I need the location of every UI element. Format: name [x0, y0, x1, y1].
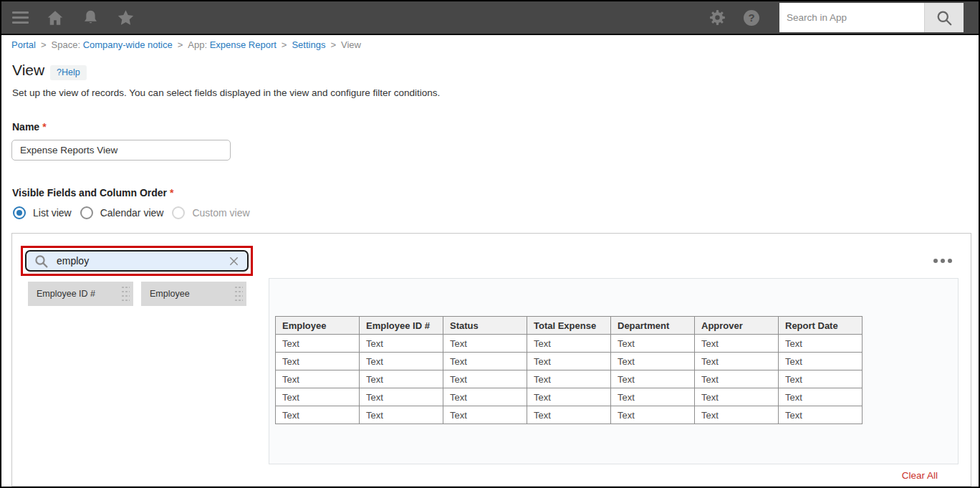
preview-column-header[interactable]: Report Date	[779, 317, 863, 335]
preview-table-cell: Text	[443, 406, 527, 424]
preview-table-cell: Text	[779, 353, 863, 370]
preview-table-cell: Text	[695, 353, 779, 370]
clear-search-icon[interactable]	[229, 256, 239, 267]
preview-table-cell: Text	[443, 370, 527, 388]
preview-table-cell: Text	[443, 388, 527, 406]
preview-table-cell: Text	[527, 388, 611, 406]
breadcrumb-separator: >	[41, 39, 47, 50]
home-icon[interactable]	[45, 8, 65, 28]
help-link[interactable]: ?Help	[50, 65, 87, 80]
preview-table-cell: Text	[360, 388, 443, 406]
preview-table-cell: Text	[527, 370, 611, 388]
radio-option-list-view[interactable]: List view	[13, 206, 72, 219]
preview-table-cell: Text	[611, 388, 695, 406]
breadcrumb-prefix: App:	[188, 39, 209, 50]
view-name-input[interactable]	[11, 140, 231, 161]
top-navigation-bar: ?	[1, 1, 979, 35]
preview-table-cell: Text	[779, 335, 863, 353]
required-asterisk: *	[42, 121, 46, 133]
radio-label: List view	[33, 207, 72, 219]
breadcrumb-prefix: Space:	[52, 39, 83, 50]
preview-table-cell: Text	[276, 335, 360, 353]
more-options-button[interactable]	[931, 256, 955, 266]
name-label-text: Name	[12, 121, 39, 133]
field-chip-label: Employee ID #	[37, 289, 95, 299]
search-icon	[936, 9, 953, 27]
breadcrumb-current: View	[341, 39, 361, 50]
radio-circle-icon	[172, 206, 185, 219]
radio-circle-icon	[13, 206, 26, 219]
preview-table-cell: Text	[443, 335, 527, 353]
breadcrumb-separator: >	[282, 39, 287, 50]
field-picker-panel: Employee ID #Employee EmployeeEmployee I…	[11, 233, 971, 487]
preview-table-cell: Text	[276, 406, 360, 424]
radio-label: Custom view	[192, 207, 249, 219]
preview-column-header[interactable]: Employee ID #	[360, 317, 443, 335]
topbar-left-icons	[1, 8, 135, 28]
preview-table-cell: Text	[527, 406, 611, 424]
field-search-input[interactable]	[55, 254, 226, 267]
breadcrumb-link[interactable]: Portal	[11, 39, 36, 50]
topbar-right-controls: ?	[707, 1, 979, 34]
field-search-box	[25, 250, 249, 272]
favorites-star-icon[interactable]	[115, 8, 135, 28]
radio-label: Calendar view	[100, 207, 164, 219]
preview-table-cell: Text	[611, 353, 695, 370]
field-chips-row: Employee ID #Employee	[28, 282, 246, 306]
preview-table-cell: Text	[527, 335, 611, 353]
preview-table-cell: Text	[360, 353, 443, 370]
preview-table-row: TextTextTextTextTextTextText	[276, 353, 863, 370]
preview-table-cell: Text	[611, 370, 695, 388]
preview-column-header[interactable]: Department	[611, 317, 695, 335]
breadcrumb-separator: >	[178, 39, 183, 50]
preview-column-header[interactable]: Total Expense	[527, 317, 611, 335]
field-chip[interactable]: Employee ID #	[28, 282, 133, 306]
preview-column-header[interactable]: Employee	[276, 317, 360, 335]
preview-table-cell: Text	[779, 370, 863, 388]
preview-table-cell: Text	[360, 406, 443, 424]
preview-column-header[interactable]: Approver	[695, 317, 779, 335]
breadcrumb-link[interactable]: Settings	[292, 39, 325, 50]
preview-table-cell: Text	[360, 335, 443, 353]
preview-table-cell: Text	[611, 335, 695, 353]
breadcrumb-link[interactable]: Expense Report	[210, 39, 277, 50]
radio-option-custom-view: Custom view	[172, 206, 249, 219]
preview-table-cell: Text	[695, 388, 779, 406]
search-submit-button[interactable]	[924, 3, 964, 32]
help-icon[interactable]: ?	[741, 8, 762, 28]
preview-table-row: TextTextTextTextTextTextText	[276, 406, 863, 424]
app-search	[779, 3, 964, 32]
preview-table-cell: Text	[611, 406, 695, 424]
preview-table-cell: Text	[695, 370, 779, 388]
required-asterisk: *	[170, 187, 173, 198]
hamburger-menu-icon[interactable]	[10, 8, 30, 28]
name-label: Name*	[12, 121, 47, 133]
breadcrumb: Portal>Space: Company-wide notice>App: E…	[11, 39, 361, 50]
clear-all-link[interactable]: Clear All	[902, 470, 938, 481]
preview-table-cell: Text	[779, 388, 863, 406]
app-window: ? Portal>Space: Company-wide notice>App:…	[0, 0, 980, 488]
search-icon	[34, 254, 49, 269]
preview-table-cell: Text	[360, 370, 443, 388]
highlight-rectangle	[21, 246, 253, 276]
visible-fields-label: Visible Fields and Column Order*	[12, 187, 173, 198]
breadcrumb-separator: >	[330, 39, 336, 50]
page-description: Set up the view of records. You can sele…	[12, 87, 440, 98]
breadcrumb-link[interactable]: Company-wide notice	[83, 39, 173, 50]
drag-handle-icon	[234, 284, 243, 304]
search-in-app-input[interactable]	[779, 3, 924, 32]
preview-table-row: TextTextTextTextTextTextText	[276, 335, 863, 353]
field-chip[interactable]: Employee	[141, 282, 246, 306]
preview-table-cell: Text	[695, 406, 779, 424]
preview-column-header[interactable]: Status	[443, 317, 527, 335]
preview-table-cell: Text	[276, 370, 360, 388]
settings-gear-icon[interactable]	[707, 8, 727, 28]
view-type-radio-group: List viewCalendar viewCustom view	[13, 206, 250, 219]
notifications-bell-icon[interactable]	[80, 8, 100, 28]
preview-table: EmployeeEmployee ID #StatusTotal Expense…	[275, 316, 863, 424]
radio-option-calendar-view[interactable]: Calendar view	[80, 206, 164, 219]
preview-table-row: TextTextTextTextTextTextText	[276, 388, 863, 406]
field-chip-label: Employee	[150, 289, 190, 299]
radio-circle-icon	[80, 206, 93, 219]
preview-table-row: TextTextTextTextTextTextText	[276, 370, 863, 388]
